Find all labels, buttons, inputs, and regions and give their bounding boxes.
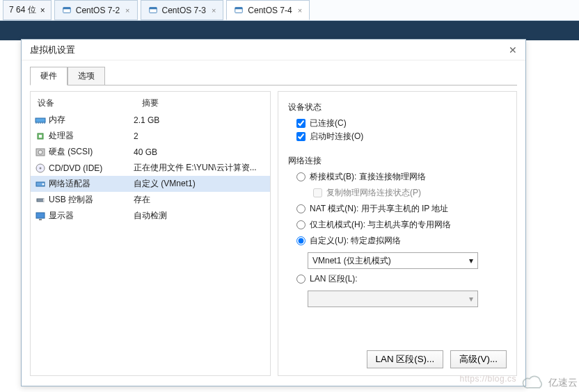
chk-connected[interactable]: 已连接(C) xyxy=(296,117,507,129)
hw-row-memory[interactable]: 内存 2.1 GB xyxy=(31,112,270,128)
chevron-down-icon: ▾ xyxy=(469,256,473,266)
radio-lan-label: LAN 区段(L): xyxy=(310,273,358,285)
chk-connect-poweron-label: 启动时连接(O) xyxy=(310,131,363,142)
vm-settings-dialog: 虚拟机设置 ✕ 硬件 选项 设备 摘要 内存 2.1 GB 处理器 2 xyxy=(21,39,526,386)
close-icon[interactable]: × xyxy=(125,6,129,15)
tab-options[interactable]: 选项 xyxy=(68,67,105,85)
tab-hardware[interactable]: 硬件 xyxy=(30,67,68,85)
hw-summary: 存在 xyxy=(134,194,266,206)
svg-rect-5 xyxy=(235,7,243,9)
radio-hostonly-input[interactable] xyxy=(296,220,306,229)
hw-label: 网络适配器 xyxy=(49,178,90,190)
radio-lan-input[interactable] xyxy=(296,275,306,284)
usb-icon xyxy=(35,195,46,206)
cloud-icon xyxy=(522,375,546,391)
display-icon xyxy=(35,211,46,222)
dialog-tabs: 硬件 选项 xyxy=(30,66,517,85)
hw-summary: 2 xyxy=(134,131,266,141)
vm-tab-2[interactable]: CentOS 7-4 × xyxy=(226,0,310,20)
cpu-icon xyxy=(35,131,46,142)
radio-nat-label: NAT 模式(N): 用于共享主机的 IP 地址 xyxy=(310,203,448,215)
close-icon[interactable]: × xyxy=(40,6,45,15)
custom-vmnet-select[interactable]: VMnet1 (仅主机模式) ▾ xyxy=(308,252,478,269)
vm-tab-0[interactable]: CentOS 7-2 × xyxy=(54,0,138,20)
chk-replicate-label: 复制物理网络连接状态(P) xyxy=(326,187,421,199)
hw-row-nic[interactable]: 网络适配器 自定义 (VMnet1) xyxy=(31,176,270,192)
close-icon[interactable]: × xyxy=(298,6,302,15)
vm-tab-label: CentOS 7-3 xyxy=(162,6,206,15)
group-device-status: 设备状态 xyxy=(288,101,507,113)
brand-text: 亿速云 xyxy=(548,377,578,389)
vm-icon xyxy=(234,6,244,15)
arch-tab-label: 7 64 位 xyxy=(9,4,36,16)
chk-connect-poweron-box[interactable] xyxy=(296,132,306,141)
app-tabbar: 7 64 位 × CentOS 7-2 × CentOS 7-3 × CentO… xyxy=(0,0,579,21)
svg-rect-17 xyxy=(36,213,45,218)
svg-point-10 xyxy=(38,150,42,154)
chk-connected-label: 已连接(C) xyxy=(310,117,347,129)
radio-lan[interactable]: LAN 区段(L): xyxy=(296,273,507,285)
svg-rect-6 xyxy=(35,118,45,122)
dialog-titlebar: 虚拟机设置 ✕ xyxy=(22,40,525,60)
hw-summary: 正在使用文件 E:\YUN\云计算资... xyxy=(134,162,266,174)
hw-header: 设备 摘要 xyxy=(31,95,270,112)
advanced-button[interactable]: 高级(V)... xyxy=(450,350,507,368)
hw-row-display[interactable]: 显示器 自动检测 xyxy=(31,208,270,224)
lan-segment-select: ▾ xyxy=(308,291,478,307)
faint-watermark: https://blog.cs xyxy=(459,374,516,384)
dialog-title: 虚拟机设置 xyxy=(30,44,75,56)
vm-icon xyxy=(148,6,158,15)
radio-custom[interactable]: 自定义(U): 特定虚拟网络 xyxy=(296,235,507,247)
nic-icon xyxy=(35,179,46,190)
radio-nat-input[interactable] xyxy=(296,204,306,213)
dark-band xyxy=(0,21,579,40)
lan-segments-button[interactable]: LAN 区段(S)... xyxy=(367,350,444,368)
hw-row-cpu[interactable]: 处理器 2 xyxy=(31,128,270,144)
hw-row-cd[interactable]: CD/DVD (IDE) 正在使用文件 E:\YUN\云计算资... xyxy=(31,160,270,176)
vm-tab-label: CentOS 7-4 xyxy=(248,6,292,15)
device-settings-pane: 设备状态 已连接(C) 启动时连接(O) 网络连接 桥接模式(B): 直接连接物… xyxy=(278,91,517,376)
hw-label: 内存 xyxy=(49,114,65,126)
hw-label: USB 控制器 xyxy=(49,194,93,206)
radio-nat[interactable]: NAT 模式(N): 用于共享主机的 IP 地址 xyxy=(296,203,507,215)
close-icon[interactable]: ✕ xyxy=(509,44,517,56)
svg-rect-18 xyxy=(39,219,42,220)
radio-bridged-label: 桥接模式(B): 直接连接物理网络 xyxy=(310,171,426,183)
hw-summary: 2.1 GB xyxy=(134,115,266,125)
custom-vmnet-value: VMnet1 (仅主机模式) xyxy=(312,255,391,267)
hw-header-summary: 摘要 xyxy=(142,97,159,109)
svg-rect-1 xyxy=(63,7,70,9)
vm-tab-label: CentOS 7-2 xyxy=(76,6,120,15)
disk-icon xyxy=(35,147,46,158)
hw-summary: 40 GB xyxy=(134,147,266,157)
close-icon[interactable]: × xyxy=(212,6,216,15)
chk-replicate-box xyxy=(313,188,322,197)
radio-custom-input[interactable] xyxy=(296,236,306,245)
svg-point-12 xyxy=(40,167,42,169)
vm-icon xyxy=(62,6,72,15)
hw-summary: 自动检测 xyxy=(134,210,266,222)
radio-custom-label: 自定义(U): 特定虚拟网络 xyxy=(310,235,401,247)
hardware-list: 设备 摘要 内存 2.1 GB 处理器 2 硬盘 (SCSI) 40 GB CD… xyxy=(30,91,271,376)
chk-connect-poweron[interactable]: 启动时连接(O) xyxy=(296,131,507,142)
radio-bridged-input[interactable] xyxy=(296,172,306,181)
hw-label: 显示器 xyxy=(49,210,74,222)
hw-row-disk[interactable]: 硬盘 (SCSI) 40 GB xyxy=(31,144,270,160)
hw-label: CD/DVD (IDE) xyxy=(49,163,102,173)
hw-row-usb[interactable]: USB 控制器 存在 xyxy=(31,192,270,208)
radio-hostonly-label: 仅主机模式(H): 与主机共享的专用网络 xyxy=(310,219,451,231)
svg-rect-16 xyxy=(43,199,45,202)
chevron-down-icon: ▾ xyxy=(469,294,473,304)
chk-connected-box[interactable] xyxy=(296,119,306,128)
hw-label: 硬盘 (SCSI) xyxy=(49,146,93,158)
svg-rect-3 xyxy=(149,7,157,9)
memory-icon xyxy=(35,115,46,126)
hw-label: 处理器 xyxy=(49,130,74,142)
arch-tab[interactable]: 7 64 位 × xyxy=(3,0,51,20)
cd-icon xyxy=(35,163,46,174)
chk-replicate: 复制物理网络连接状态(P) xyxy=(313,187,507,199)
vm-tab-1[interactable]: CentOS 7-3 × xyxy=(141,0,224,20)
radio-bridged[interactable]: 桥接模式(B): 直接连接物理网络 xyxy=(296,171,507,183)
radio-hostonly[interactable]: 仅主机模式(H): 与主机共享的专用网络 xyxy=(296,219,507,231)
svg-rect-15 xyxy=(37,199,44,202)
